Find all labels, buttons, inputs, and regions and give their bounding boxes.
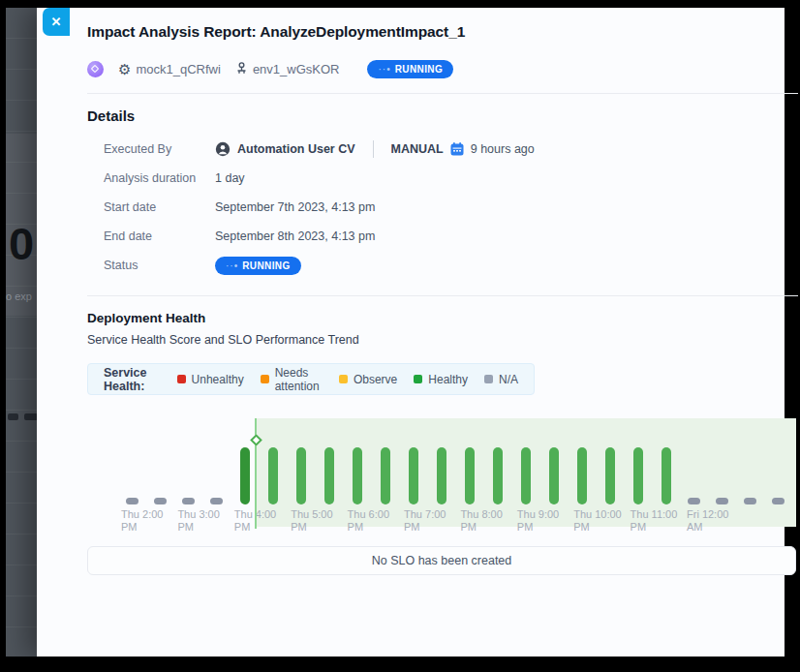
status-badge: ··• RUNNING <box>367 60 453 78</box>
section-divider <box>87 295 798 296</box>
health-bar-healthy[interactable] <box>324 447 334 504</box>
chart-bar-slot <box>174 498 202 504</box>
details-heading: Details <box>87 107 798 124</box>
health-score-chart: Thu 2:00PMThu 3:00PMThu 4:00PMThu 5:00PM… <box>87 405 796 538</box>
deployment-health-heading: Deployment Health <box>87 311 798 325</box>
detail-value: September 8th 2023, 4:13 pm <box>215 229 375 243</box>
gear-icon: ⚙ <box>118 62 131 76</box>
legend-item: N/A <box>484 373 518 386</box>
environment-label: env1_wGsKOR <box>253 62 340 76</box>
detail-row-status: Status ··• RUNNING <box>87 251 798 280</box>
health-bar-healthy[interactable] <box>409 447 418 504</box>
background-pill <box>24 413 37 420</box>
details-table: Executed By Automation User CV MANUAL 9 … <box>87 135 798 280</box>
calendar-icon <box>450 142 464 156</box>
health-bar-na[interactable] <box>688 498 700 504</box>
health-bar-na[interactable] <box>772 498 785 504</box>
health-bar-healthy[interactable] <box>605 447 615 504</box>
chart-bar-slot <box>764 498 792 504</box>
health-bar-na[interactable] <box>154 498 167 504</box>
chart-bar-slot <box>652 447 680 504</box>
chart-bar-slot <box>146 498 174 504</box>
legend-swatch-icon <box>339 375 348 383</box>
vertical-separator <box>373 140 374 158</box>
mock-service: ⚙ mock1_qCRfwi <box>118 62 221 76</box>
dimmed-background-page: 0 o exp <box>6 8 37 657</box>
background-large-number: 0 <box>9 221 34 266</box>
chart-bars <box>87 405 796 504</box>
deployment-logo-icon <box>87 61 104 77</box>
health-bar-healthy[interactable] <box>268 447 278 504</box>
health-bar-na[interactable] <box>182 498 195 504</box>
x-axis-tick-label: Thu 9:00PM <box>517 508 559 534</box>
close-button[interactable]: ✕ <box>43 8 70 36</box>
mock-service-label: mock1_qCRfwi <box>136 62 220 76</box>
legend-label: Healthy <box>428 373 468 386</box>
x-axis-tick-label: Thu 7:00PM <box>404 508 446 534</box>
slo-empty-state: No SLO has been created <box>87 546 796 575</box>
legend-swatch-icon <box>261 375 269 383</box>
health-bar-healthy[interactable] <box>577 447 587 504</box>
executed-by-user: Automation User CV <box>237 142 355 156</box>
health-bar-na[interactable] <box>126 498 138 504</box>
legend-swatch-icon <box>414 375 422 383</box>
detail-label: Start date <box>104 200 215 214</box>
health-bar-na[interactable] <box>744 498 756 504</box>
health-bar-healthy-pre[interactable] <box>240 447 250 504</box>
health-bar-healthy[interactable] <box>521 447 531 504</box>
health-bar-healthy[interactable] <box>662 447 671 504</box>
legend-swatch-icon <box>177 375 186 383</box>
health-bar-na[interactable] <box>716 498 728 504</box>
detail-row-executed-by: Executed By Automation User CV MANUAL 9 … <box>87 135 798 164</box>
x-axis-tick-label: Thu 10:00PM <box>573 508 622 534</box>
detail-label: Status <box>104 259 215 272</box>
service-health-legend: Service Health: UnhealthyNeeds attention… <box>87 363 535 395</box>
health-bar-healthy[interactable] <box>465 447 475 504</box>
chart-bar-slot <box>371 447 399 504</box>
impact-analysis-modal: ✕ Impact Analysis Report: AnalyzeDeploym… <box>37 8 785 657</box>
chart-bar-slot <box>539 447 568 504</box>
detail-value: 1 day <box>215 171 245 185</box>
chart-bar-slot <box>287 447 315 504</box>
app-window: 0 o exp ✕ Impact Analysis Report: Analyz… <box>6 8 785 657</box>
chart-bar-slot <box>259 447 287 504</box>
x-axis-tick-label: Thu 5:00PM <box>291 508 332 534</box>
health-bar-healthy[interactable] <box>633 447 643 504</box>
chart-bar-slot <box>202 498 231 504</box>
environment-icon <box>235 62 248 76</box>
health-bar-healthy[interactable] <box>381 447 390 504</box>
x-axis-tick-label: Thu 11:00PM <box>631 508 678 534</box>
background-pill <box>8 413 18 420</box>
page-title: Impact Analysis Report: AnalyzeDeploymen… <box>87 23 798 41</box>
close-icon: ✕ <box>51 15 62 29</box>
health-bar-na[interactable] <box>210 498 223 504</box>
health-bar-healthy[interactable] <box>549 447 559 504</box>
chart-bar-slot <box>568 447 596 504</box>
chart-bar-slot <box>118 498 146 504</box>
legend-item: Needs attention <box>261 366 323 393</box>
detail-row: Start date September 7th 2023, 4:13 pm <box>87 193 798 222</box>
running-dots: ··• <box>378 64 390 75</box>
legend-item: Healthy <box>414 373 468 386</box>
chart-bar-slot <box>315 447 343 504</box>
legend-label: Needs attention <box>275 366 323 393</box>
chart-bar-slot <box>399 447 427 504</box>
chart-bar-slot <box>596 447 624 504</box>
section-divider <box>87 93 798 94</box>
health-bar-healthy[interactable] <box>353 447 362 504</box>
chart-bar-slot <box>483 447 511 504</box>
detail-row: Analysis duration 1 day <box>87 164 798 193</box>
running-dots: ··• <box>226 260 238 271</box>
detail-value: September 7th 2023, 4:13 pm <box>215 200 375 214</box>
trigger-mode: MANUAL <box>391 142 444 156</box>
health-bar-healthy[interactable] <box>437 447 446 504</box>
background-clipped-text: o exp <box>6 290 32 302</box>
x-axis-tick-label: Thu 2:00PM <box>121 508 163 534</box>
health-bar-healthy[interactable] <box>493 447 503 504</box>
status-badge: ··• RUNNING <box>215 257 301 275</box>
health-bar-healthy[interactable] <box>296 447 306 504</box>
chart-bar-slot <box>708 498 736 504</box>
legend-label: Unhealthy <box>192 373 244 386</box>
legend-label: N/A <box>499 373 518 386</box>
chart-bar-slot <box>680 498 708 504</box>
